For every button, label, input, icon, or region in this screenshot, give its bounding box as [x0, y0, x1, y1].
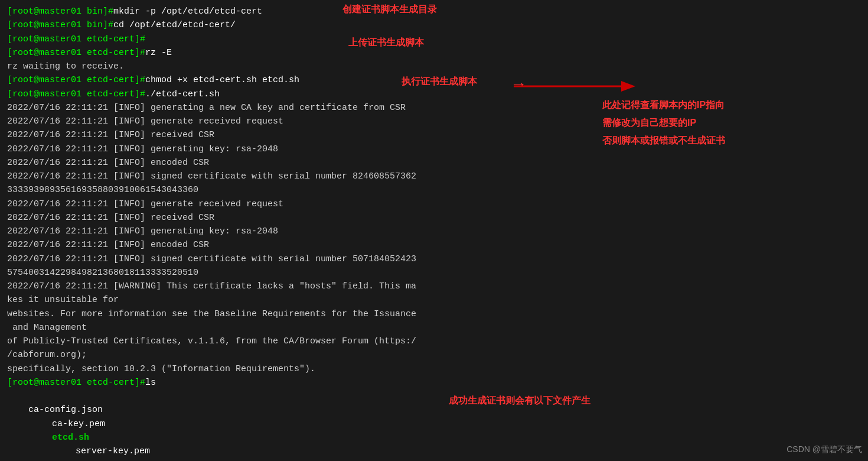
terminal-line: [root@master01 etcd-cert]#./etcd-cert.sh	[7, 87, 861, 101]
terminal-output: 575400314229849821368018113333520510	[7, 266, 861, 280]
command: chmod +x etcd-cert.sh etcd.sh	[145, 75, 299, 85]
prompt: [root@master01 etcd-cert]#	[7, 34, 145, 44]
terminal-output: 2022/07/16 22:11:21 [INFO] encoded CSR	[7, 156, 861, 170]
terminal-output: and Management	[7, 321, 861, 335]
terminal-output: 2022/07/16 22:11:21 [INFO] received CSR	[7, 128, 861, 142]
command: mkdir -p /opt/etcd/etcd-cert	[113, 7, 262, 17]
file-name: server-key.pem	[76, 446, 150, 456]
terminal-output: of Publicly-Trusted Certificates, v.1.1.…	[7, 335, 861, 348]
arrow-exec-script: →	[514, 76, 524, 94]
prompt: [root@master01 etcd-cert]#	[7, 75, 145, 85]
terminal-output: 2022/07/16 22:11:21 [INFO] signed certif…	[7, 170, 861, 183]
prompt: [root@master01 etcd-cert]#	[7, 48, 145, 58]
file-name: ca-key.pem	[52, 419, 105, 429]
terminal-output: 2022/07/16 22:11:21 [INFO] received CSR	[7, 211, 861, 225]
annotation-success-note: 成功生成证书则会有以下文件产生	[449, 395, 590, 407]
terminal-output: 2022/07/16 22:11:21 [INFO] generating ke…	[7, 225, 861, 238]
terminal-line: [root@master01 etcd-cert]#rz -E	[7, 46, 861, 60]
terminal-output: 2022/07/16 22:11:21 [INFO] encoded CSR	[7, 238, 861, 252]
annotation-ip-note-line1: 此处记得查看脚本内的IP指向	[602, 99, 725, 112]
prompt: [root@master01 etcd-cert]#	[7, 378, 145, 388]
file-listing-row1: ca-config.json ca-key.pem etcd.sh server…	[7, 389, 861, 461]
annotation-exec-script: 执行证书生成脚本	[402, 76, 477, 88]
terminal-output: rz waiting to receive.	[7, 60, 861, 73]
command: cd /opt/etcd/etcd-cert/	[113, 20, 236, 30]
prompt: [root@master01 bin]#	[7, 7, 113, 17]
terminal-line: [root@master01 bin]#cd /opt/etcd/etcd-ce…	[7, 18, 861, 32]
prompt: [root@master01 bin]#	[7, 20, 113, 30]
annotation-upload-script: 上传证书生成脚本	[348, 37, 424, 49]
watermark: CSDN @雪碧不要气	[787, 444, 862, 455]
terminal: [root@master01 bin]#mkdir -p /opt/etcd/e…	[0, 0, 868, 461]
terminal-output: 2022/07/16 22:11:21 [INFO] generate rece…	[7, 115, 861, 128]
terminal-output: 2022/07/16 22:11:21 [INFO] signed certif…	[7, 252, 861, 266]
terminal-output: 2022/07/16 22:11:21 [INFO] generate rece…	[7, 197, 861, 211]
terminal-output: 2022/07/16 22:11:21 [INFO] generating ke…	[7, 142, 861, 156]
terminal-output: /cabforum.org);	[7, 348, 861, 362]
terminal-output: kes it unsuitable for	[7, 293, 861, 307]
prompt: [root@master01 etcd-cert]#	[7, 89, 145, 99]
annotation-ip-note-line3: 否则脚本或报错或不生成证书	[602, 135, 725, 147]
command: ls	[145, 378, 156, 388]
file-name: etcd.sh	[52, 433, 89, 443]
command: ./etcd-cert.sh	[145, 89, 220, 99]
terminal-line: [root@master01 etcd-cert]#	[7, 33, 861, 46]
file-name: ca-config.json	[28, 405, 103, 415]
annotation-create-dir: 创建证书脚本生成目录	[342, 4, 437, 16]
command: rz -E	[145, 48, 172, 58]
annotation-ip-note-line2: 需修改为自己想要的IP	[602, 117, 696, 129]
terminal-output: specifically, section 10.2.3 ("Informati…	[7, 362, 861, 376]
terminal-output: websites. For more information see the B…	[7, 307, 861, 321]
terminal-output: 2022/07/16 22:11:21 [INFO] generating a …	[7, 101, 861, 115]
terminal-output: 333393989356169358803910061543043360	[7, 183, 861, 197]
terminal-output: 2022/07/16 22:11:21 [WARNING] This certi…	[7, 280, 861, 293]
terminal-line: [root@master01 etcd-cert]#ls	[7, 376, 861, 389]
